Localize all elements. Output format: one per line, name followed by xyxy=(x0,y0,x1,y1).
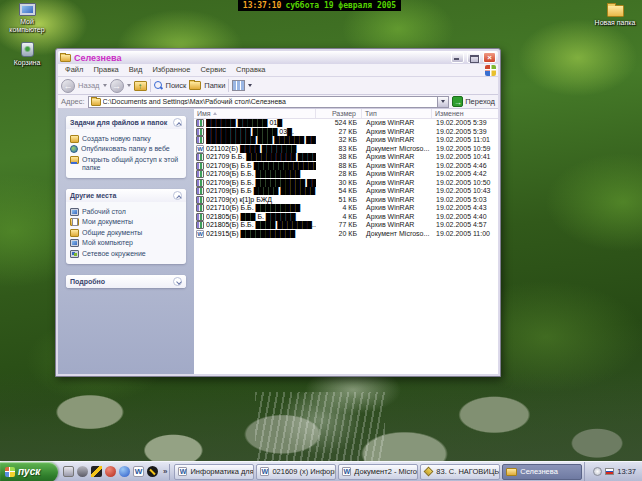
word-icon[interactable]: W xyxy=(133,466,144,477)
folders-label[interactable]: Папки xyxy=(204,81,225,90)
back-button[interactable]: ← xyxy=(61,79,75,93)
task-box-header[interactable]: Другие места xyxy=(66,189,186,202)
utility-icon[interactable] xyxy=(63,466,74,477)
search-icon[interactable] xyxy=(154,81,163,90)
file-name: 021805(Б) Б.Б. ████ ███████... xyxy=(206,221,316,229)
taskbar-button[interactable]: WИнформатика для ... xyxy=(174,464,254,480)
file-row[interactable]: 021709(Б) Б.Б █████ ███████54 КБАрхив Wi… xyxy=(194,187,498,196)
task-box: Подробно xyxy=(66,275,186,288)
window-content: Задачи для файлов и папокСоздать новую п… xyxy=(58,109,498,374)
taskbar-button[interactable]: W021609 (х) Информ... xyxy=(256,464,336,480)
chevron-down-icon[interactable] xyxy=(173,277,182,286)
go-button[interactable]: → Переход xyxy=(452,96,495,107)
views-icon[interactable] xyxy=(232,80,245,91)
file-row[interactable]: 021709(х) к[1]р БЖД51 КБАрхив WinRAR19.0… xyxy=(194,196,498,205)
file-row[interactable]: 021709(Б) Б.Б. █████████28 КБАрхив WinRA… xyxy=(194,170,498,179)
column-header-name[interactable]: Имя xyxy=(194,109,316,118)
column-header-modified[interactable]: Изменен xyxy=(432,109,498,118)
file-modified: 19.02.2005 4:40 xyxy=(432,213,498,221)
file-row[interactable]: 021710(Б) Б.Б. █████████4 КБАрхив WinRAR… xyxy=(194,204,498,213)
file-type: Документ Microso... xyxy=(362,230,432,238)
task-link-label: Открыть общий доступ к этой папке xyxy=(82,156,182,172)
task-link[interactable]: Мои документы xyxy=(70,218,182,226)
column-header-size[interactable]: Размер xyxy=(316,109,362,118)
file-modified: 19.02.2005 10:59 xyxy=(432,145,498,153)
file-row[interactable]: 021709 Б.Б. ██████████ ██████38 КБАрхив … xyxy=(194,153,498,162)
file-row[interactable]: 021805(Б) Б.Б. ████ ███████...77 КБАрхив… xyxy=(194,221,498,230)
file-row[interactable]: 021709(Б) Б.Б. ██████████ ██...30 КБАрхи… xyxy=(194,179,498,188)
minimize-button[interactable] xyxy=(451,52,464,63)
quick-launch-overflow-chevron[interactable]: » xyxy=(163,467,167,476)
file-type: Архив WinRAR xyxy=(362,119,432,127)
task-link[interactable]: Открыть общий доступ к этой папке xyxy=(70,156,182,172)
chevron-up-icon[interactable] xyxy=(173,118,182,127)
file-row[interactable]: 021805(Б) ███ Б. ██████4 КБАрхив WinRAR1… xyxy=(194,213,498,222)
forward-button[interactable]: → xyxy=(110,79,124,93)
task-link[interactable]: Рабочий стол xyxy=(70,208,182,216)
forward-dropdown-icon[interactable] xyxy=(127,84,131,87)
desktop-icon-new-folder[interactable]: Новая папка xyxy=(590,5,640,27)
menu-item-3[interactable]: Избранное xyxy=(147,64,195,76)
file-type: Архив WinRAR xyxy=(362,204,432,212)
task-box-header[interactable]: Задачи для файлов и папок xyxy=(66,116,186,129)
file-modified: 19.02.2005 4:43 xyxy=(432,204,498,212)
address-folder-icon xyxy=(91,98,101,106)
up-folder-button[interactable]: ↑ xyxy=(134,81,147,91)
task-link[interactable]: Создать новую папку xyxy=(70,135,182,143)
file-row[interactable]: W021102(Б) ████ ███████83 КБДокумент Mic… xyxy=(194,145,498,154)
download-manager-icon[interactable] xyxy=(105,466,116,477)
task-link-label: Рабочий стол xyxy=(82,208,126,216)
desktop-icon-recycle-bin[interactable]: Корзина xyxy=(2,42,52,67)
media-tool-icon[interactable] xyxy=(77,466,88,477)
file-row[interactable]: ██████ ██████ 01█524 КБАрхив WinRAR19.02… xyxy=(194,119,498,128)
close-button[interactable]: × xyxy=(483,52,496,63)
menu-item-0[interactable]: Файл xyxy=(60,64,88,76)
task-link[interactable]: Сетевое окружение xyxy=(70,250,182,258)
task-link[interactable]: Мой компьютер xyxy=(70,239,182,247)
file-row[interactable]: █████████ █████ 03█.27 КБАрхив WinRAR19.… xyxy=(194,128,498,137)
task-box-title: Задачи для файлов и папок xyxy=(70,119,167,126)
task-link[interactable]: Общие документы xyxy=(70,229,182,237)
clock-time: 13:37:10 xyxy=(243,1,282,10)
file-row[interactable]: 021709(Б) Б.Б ██████████████88 КБАрхив W… xyxy=(194,162,498,171)
address-input[interactable]: C:\Documents and Settings\Max\Рабочий ст… xyxy=(88,96,450,108)
menu-item-1[interactable]: Правка xyxy=(88,64,123,76)
taskbar-button[interactable]: WДокумент2 - Micros... xyxy=(338,464,418,480)
file-name: ██████████ ███ ██████ ███ ███... xyxy=(206,136,316,144)
file-row[interactable]: ██████████ ███ ██████ ███ ███...32 КБАрх… xyxy=(194,136,498,145)
start-button[interactable]: пуск xyxy=(0,462,58,481)
views-dropdown-icon[interactable] xyxy=(248,84,252,87)
antivirus-icon[interactable] xyxy=(147,466,158,477)
desktop-icon-label: Новая папка xyxy=(595,19,636,27)
file-name: █████████ █████ 03█. xyxy=(206,128,316,136)
file-name: 021709(Б) Б.Б. ██████████ ██... xyxy=(206,179,316,187)
task-link[interactable]: Опубликовать папку в вебе xyxy=(70,145,182,153)
sort-ascending-icon xyxy=(213,112,217,115)
folders-icon[interactable] xyxy=(189,81,201,90)
chevron-up-icon[interactable] xyxy=(173,191,182,200)
file-row[interactable]: W021915(Б) ███████████20 КБДокумент Micr… xyxy=(194,230,498,239)
tray-time[interactable]: 13:37 xyxy=(617,467,636,476)
word-document-icon: W xyxy=(178,467,187,476)
tray-clock-icon[interactable] xyxy=(593,467,602,476)
desktop-icon-my-computer[interactable]: Мой компьютер xyxy=(2,3,52,34)
menu-item-4[interactable]: Сервис xyxy=(195,64,231,76)
file-size: 32 КБ xyxy=(316,136,362,144)
address-dropdown-button[interactable] xyxy=(437,97,448,107)
menu-item-5[interactable]: Справка xyxy=(231,64,270,76)
messenger-icon[interactable] xyxy=(119,466,130,477)
task-box-header[interactable]: Подробно xyxy=(66,275,186,288)
column-header-type[interactable]: Тип xyxy=(362,109,432,118)
file-modified: 19.02.2005 4:57 xyxy=(432,221,498,229)
menu-item-2[interactable]: Вид xyxy=(124,64,148,76)
language-indicator-icon[interactable] xyxy=(605,468,614,475)
winamp-icon[interactable] xyxy=(91,466,102,477)
network-icon xyxy=(70,250,79,258)
maximize-button[interactable] xyxy=(467,52,480,63)
back-dropdown-icon[interactable] xyxy=(103,84,107,87)
taskbar-button[interactable]: 83. С. НАГОВИЦЫН... xyxy=(420,464,500,480)
taskbar: пуск W » WИнформатика для ...W021609 (х)… xyxy=(0,461,642,481)
title-bar[interactable]: Селезнева × xyxy=(58,51,498,64)
taskbar-button[interactable]: Селезнева xyxy=(502,464,582,480)
search-label[interactable]: Поиск xyxy=(166,81,187,90)
